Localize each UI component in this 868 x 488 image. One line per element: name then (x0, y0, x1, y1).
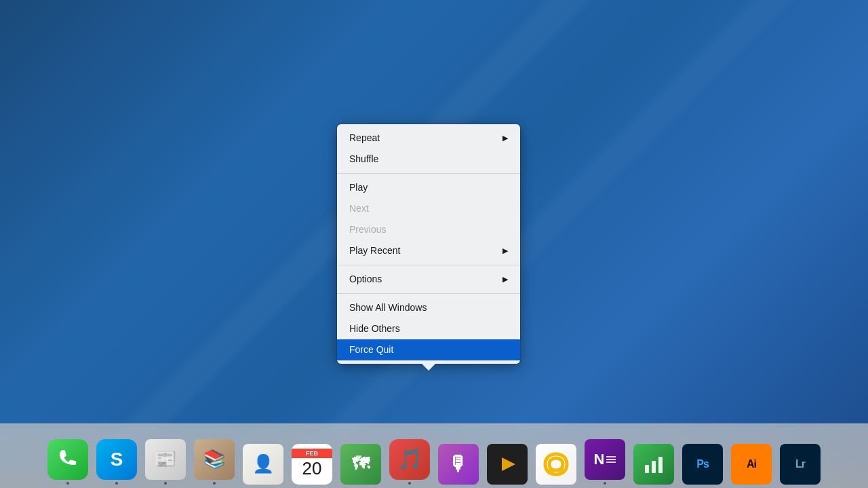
separator-3 (337, 293, 520, 294)
svg-rect-2 (559, 468, 564, 474)
desktop: Repeat ▶ Shuffle Play Next Previous Play… (0, 0, 868, 488)
menu-item-play[interactable]: Play (337, 177, 520, 198)
dock-item-itunes[interactable]: 🎵 (387, 430, 433, 485)
dock-icon-plex (487, 444, 528, 485)
context-menu: Repeat ▶ Shuffle Play Next Previous Play… (337, 124, 520, 364)
svg-marker-0 (502, 457, 515, 471)
separator-1 (337, 173, 520, 174)
menu-item-show-all-windows[interactable]: Show All Windows (337, 297, 520, 318)
dock-item-illustrator[interactable]: Ai (728, 430, 774, 485)
dock-icon-maps: 🗺 (340, 444, 381, 485)
dock-icon-phone (47, 439, 88, 480)
svg-rect-5 (658, 457, 663, 473)
dock-item-bookends[interactable]: 📚 (191, 430, 237, 485)
menu-item-force-quit[interactable]: Force Quit (337, 339, 520, 360)
svg-rect-3 (645, 465, 649, 473)
dock-item-calendar[interactable]: FEB 20 (289, 430, 335, 485)
dock-item-onenote[interactable]: N (582, 430, 628, 485)
menu-item-repeat[interactable]: Repeat ▶ (337, 128, 520, 149)
submenu-arrow-play-recent: ▶ (502, 245, 508, 257)
dock-icon-lightroom: Lr (780, 444, 821, 485)
menu-item-next: Next (337, 198, 520, 219)
dock-item-photoshop[interactable]: Ps (679, 430, 726, 485)
dock-icon-itunes: 🎵 (389, 439, 430, 480)
menu-item-options[interactable]: Options ▶ (337, 269, 520, 290)
dock-icon-capo (536, 444, 576, 485)
dock-icon-onenote: N (585, 439, 625, 480)
menu-item-play-recent[interactable]: Play Recent ▶ (337, 240, 520, 261)
menu-item-hide-others[interactable]: Hide Others (337, 318, 520, 339)
menu-item-previous: Previous (337, 219, 520, 240)
dock-item-lightroom[interactable]: Lr (777, 430, 823, 485)
dock-dot-papers (164, 482, 167, 485)
dock-item-phone[interactable] (45, 430, 91, 485)
dock-icon-illustrator: Ai (731, 444, 772, 485)
dock-dot-phone (66, 482, 69, 485)
dock-item-capo[interactable] (533, 430, 579, 485)
dock: S 📰 📚 👤 FEB 20 🗺 🎵 (0, 424, 868, 488)
svg-rect-1 (549, 468, 553, 474)
dock-icon-numbers (633, 444, 674, 485)
dock-icon-skype: S (96, 439, 137, 480)
dock-item-papers[interactable]: 📰 (142, 430, 189, 485)
submenu-arrow-options: ▶ (502, 274, 508, 285)
separator-2 (337, 265, 520, 265)
dock-dot-skype (115, 482, 118, 485)
dock-icon-photoshop: Ps (682, 444, 723, 485)
dock-icon-calendar: FEB 20 (292, 444, 332, 485)
dock-item-maps[interactable]: 🗺 (338, 430, 384, 485)
svg-rect-4 (652, 461, 656, 473)
dock-icon-papers: 📰 (145, 439, 186, 480)
submenu-arrow-repeat: ▶ (502, 132, 508, 144)
menu-item-shuffle[interactable]: Shuffle (337, 149, 520, 170)
dock-dot-onenote (604, 482, 606, 485)
dock-item-plex[interactable] (484, 430, 530, 485)
dock-item-podcasts[interactable]: 🎙 (435, 430, 481, 485)
dock-dot-bookends (213, 482, 216, 485)
dock-icon-podcasts: 🎙 (438, 444, 479, 485)
dock-item-contacts[interactable]: 👤 (240, 430, 286, 485)
dock-icon-bookends: 📚 (194, 439, 235, 480)
dock-item-numbers[interactable] (631, 430, 677, 485)
dock-item-skype[interactable]: S (94, 430, 140, 485)
dock-dot-itunes (408, 482, 411, 485)
dock-icon-contacts: 👤 (243, 444, 283, 485)
